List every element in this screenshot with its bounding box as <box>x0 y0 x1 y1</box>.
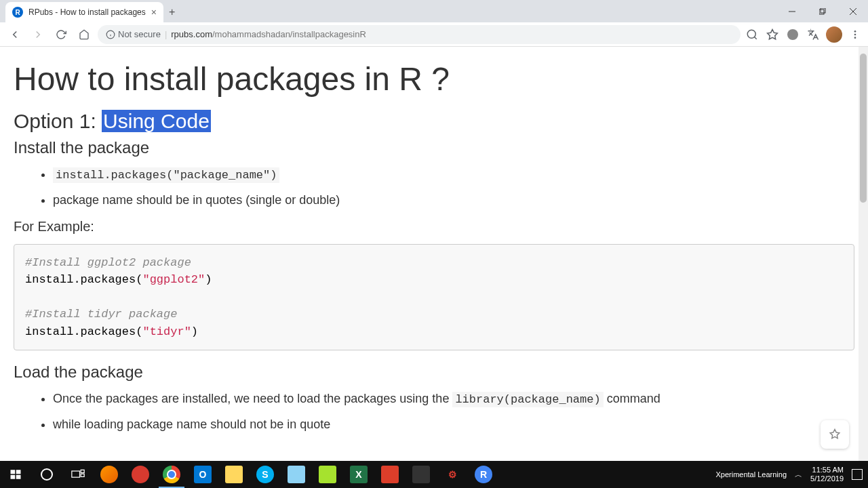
browser-titlebar: R RPubs - How to install packages × + <box>0 0 868 22</box>
url-text: rpubs.com/mohammadshadan/installpackages… <box>171 29 366 39</box>
clock[interactable]: 11:55 AM 5/12/2019 <box>810 466 844 483</box>
taskbar-notepad[interactable] <box>281 461 312 488</box>
scrollbar-thumb[interactable] <box>860 54 867 203</box>
taskbar-firefox[interactable] <box>94 461 125 488</box>
taskbar-pdf[interactable] <box>374 461 406 488</box>
list-item: install.packages("package_name") <box>53 165 854 184</box>
svg-rect-1 <box>819 9 824 14</box>
section-heading: Option 1: Using Code <box>14 110 854 133</box>
svg-rect-2 <box>821 8 825 13</box>
list-item: package name should be in quotes (single… <box>53 191 854 209</box>
svg-point-12 <box>854 33 856 35</box>
inline-code: library(package_name) <box>452 392 603 407</box>
window-maximize-button[interactable] <box>807 0 837 22</box>
windows-taskbar: O S X ⚙ R Xperimental Learning ︿ 11:55 A… <box>0 461 868 488</box>
taskbar-excel[interactable]: X <box>343 461 374 488</box>
browser-toolbar: Not secure | rpubs.com/mohammadshadan/in… <box>0 22 868 47</box>
tab-title: RPubs - How to install packages <box>28 7 146 17</box>
home-button[interactable] <box>75 25 94 44</box>
security-label: Not secure <box>118 29 161 39</box>
svg-rect-16 <box>11 475 16 479</box>
reload-button[interactable] <box>52 25 71 44</box>
subsection-install: Install the package <box>14 138 854 157</box>
floating-action-button[interactable] <box>821 420 849 449</box>
list-install: install.packages("package_name") package… <box>53 165 854 209</box>
svg-rect-14 <box>11 470 16 474</box>
svg-marker-10 <box>768 29 778 39</box>
scrollbar[interactable] <box>859 47 868 461</box>
taskbar-notepadpp[interactable] <box>312 461 343 488</box>
security-indicator[interactable]: Not secure <box>106 29 161 39</box>
tab-close-icon[interactable]: × <box>151 7 157 18</box>
subsection-load: Load the package <box>14 363 854 382</box>
taskview-button[interactable] <box>62 461 94 488</box>
taskbar-skype[interactable]: S <box>250 461 281 488</box>
taskbar-explorer[interactable] <box>218 461 250 488</box>
info-icon <box>106 30 115 39</box>
window-minimize-button[interactable] <box>776 0 807 22</box>
svg-rect-20 <box>81 474 84 476</box>
window-controls <box>776 0 868 22</box>
new-tab-button[interactable]: + <box>169 6 175 18</box>
bookmark-icon[interactable] <box>765 27 780 42</box>
svg-rect-17 <box>16 475 21 479</box>
inline-code: install.packages("package_name") <box>53 167 279 183</box>
taskbar-app-red[interactable] <box>125 461 156 488</box>
tab-favicon: R <box>12 7 23 18</box>
svg-rect-15 <box>16 470 21 474</box>
taskbar-terminal[interactable] <box>406 461 437 488</box>
taskbar-rstudio[interactable]: R <box>468 461 499 488</box>
svg-point-11 <box>854 30 856 33</box>
profile-avatar[interactable] <box>826 26 842 43</box>
list-item: Once the packages are installed, we need… <box>53 390 854 409</box>
taskbar-gear[interactable]: ⚙ <box>437 461 468 488</box>
cortana-button[interactable] <box>31 461 62 488</box>
menu-icon[interactable] <box>848 27 863 42</box>
svg-rect-19 <box>81 470 84 472</box>
example-label: For Example: <box>14 219 854 235</box>
tray-chevron-icon[interactable]: ︿ <box>795 470 802 480</box>
window-close-button[interactable] <box>837 0 868 22</box>
code-block: #Install ggplot2 package install.package… <box>14 244 854 351</box>
page-title: How to install packages in R ? <box>14 60 854 98</box>
browser-tab[interactable]: R RPubs - How to install packages × <box>5 2 163 22</box>
taskbar-chrome[interactable] <box>156 461 187 488</box>
system-tray: Xperimental Learning ︿ 11:55 AM 5/12/201… <box>715 466 868 483</box>
svg-point-13 <box>854 37 856 39</box>
notification-icon[interactable] <box>852 469 863 480</box>
pin-icon <box>829 428 841 441</box>
selected-text: Using Code <box>102 110 211 132</box>
start-button[interactable] <box>0 461 31 488</box>
tray-label: Xperimental Learning <box>715 470 787 479</box>
svg-rect-18 <box>72 471 80 477</box>
svg-point-8 <box>747 30 755 38</box>
translate-icon[interactable] <box>806 27 821 42</box>
back-button[interactable] <box>5 25 24 44</box>
extension-icon[interactable] <box>785 27 800 42</box>
zoom-icon[interactable] <box>745 27 760 42</box>
list-load: Once the packages are installed, we need… <box>53 390 854 434</box>
taskbar-outlook[interactable]: O <box>187 461 218 488</box>
page-content: How to install packages in R ? Option 1:… <box>0 47 868 461</box>
address-bar[interactable]: Not secure | rpubs.com/mohammadshadan/in… <box>98 25 741 44</box>
forward-button[interactable] <box>28 25 47 44</box>
list-item: while loading package name should not be… <box>53 415 854 434</box>
svg-line-9 <box>754 37 756 39</box>
